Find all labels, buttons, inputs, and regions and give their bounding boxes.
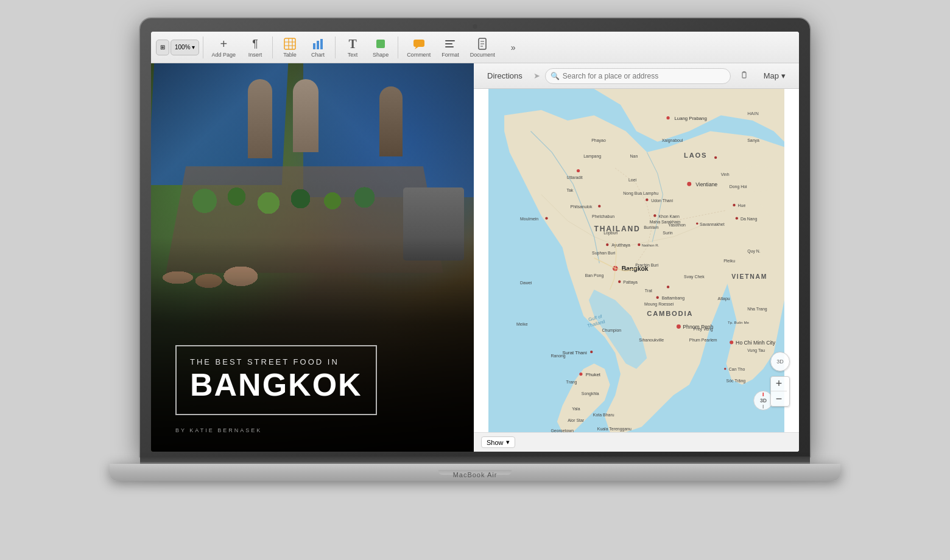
svg-text:Prachin Buri: Prachin Buri [635, 263, 658, 267]
svg-text:Nan: Nan [630, 154, 638, 158]
screen-bezel: ⊞ 100% ▾ + Add Page ¶ Insert [140, 18, 810, 457]
page-photo: THE BEST STREET FOOD IN BANGKOK BY KATIE… [151, 63, 474, 452]
svg-rect-7 [320, 39, 323, 49]
toolbar-separator-1 [203, 37, 203, 58]
comment-button[interactable]: Comment [402, 34, 435, 60]
page-title-area: THE BEST STREET FOOD IN BANGKOK [175, 345, 449, 415]
svg-text:Phuket: Phuket [586, 372, 601, 377]
svg-text:Yasothon: Yasothon [668, 223, 686, 227]
format-button[interactable]: Format [437, 34, 464, 60]
svg-point-24 [687, 182, 691, 186]
macbook-container: ⊞ 100% ▾ + Add Page ¶ Insert [110, 18, 840, 542]
svg-point-35 [579, 373, 582, 376]
add-page-icon: + [216, 37, 231, 51]
zoom-arrow-icon: ▾ [192, 44, 195, 51]
zoom-value: 100% [175, 44, 191, 51]
svg-text:LAOS: LAOS [684, 152, 707, 159]
add-page-button[interactable]: + Add Page [207, 34, 241, 60]
shape-icon [373, 37, 388, 51]
map-bottom-bar: Show ▾ [474, 432, 799, 452]
svg-text:Battambang: Battambang [662, 296, 685, 301]
map-type-label: Map [764, 71, 779, 80]
zoom-button[interactable]: 100% ▾ [171, 40, 199, 55]
view-icon: ⊞ [160, 44, 165, 51]
comment-label: Comment [407, 52, 431, 58]
svg-point-49 [653, 214, 656, 217]
svg-text:Ho Chi Minh City: Ho Chi Minh City [736, 340, 776, 346]
map-type-button[interactable]: Map ▾ [758, 69, 792, 83]
svg-text:Yala: Yala [572, 407, 580, 411]
insert-button[interactable]: ¶ Insert [242, 34, 269, 60]
svg-text:Alor Star: Alor Star [568, 418, 585, 422]
svg-point-59 [656, 296, 659, 299]
svg-text:Nong Bua Lamphu: Nong Bua Lamphu [623, 191, 658, 196]
insert-label: Insert [248, 52, 262, 58]
svg-text:Loei: Loei [628, 178, 637, 182]
map-panel: Directions ➤ 🔍 [474, 63, 799, 452]
toolbar-separator-3 [335, 37, 336, 58]
svg-point-43 [598, 205, 600, 207]
text-button[interactable]: T Text [339, 34, 366, 60]
svg-text:Attapu: Attapu [718, 296, 730, 301]
svg-text:Svay Chek: Svay Chek [684, 275, 705, 279]
svg-rect-13 [445, 46, 454, 47]
svg-text:Sihanoukville: Sihanoukville [639, 338, 664, 342]
map-search-container: 🔍 [545, 68, 731, 84]
directions-button[interactable]: Directions [481, 69, 529, 83]
svg-text:3D: 3D [760, 397, 767, 404]
svg-text:Kuala Terengganu: Kuala Terengganu [597, 427, 632, 432]
chart-label: Chart [311, 52, 325, 58]
format-label: Format [442, 52, 459, 58]
svg-text:Ban Pong: Ban Pong [585, 273, 604, 278]
map-toolbar: Directions ➤ 🔍 [474, 63, 799, 89]
document-icon [475, 37, 490, 51]
compass-button[interactable]: 3D [770, 352, 790, 371]
map-type-arrow-icon: ▾ [781, 71, 786, 80]
svg-text:Xaignaboul: Xaignaboul [662, 138, 683, 143]
more-button[interactable]: » [501, 38, 526, 57]
svg-text:Trat: Trat [645, 289, 652, 293]
document-main-title: BANGKOK [190, 369, 362, 401]
svg-text:Hue: Hue [738, 203, 746, 208]
svg-rect-11 [445, 40, 455, 41]
svg-text:HAIN: HAIN [747, 111, 759, 116]
svg-point-37 [677, 324, 681, 329]
show-arrow-icon: ▾ [506, 438, 510, 446]
content-area: THE BEST STREET FOOD IN BANGKOK BY KATIE… [151, 63, 799, 452]
zoom-in-button[interactable]: + [771, 377, 787, 391]
svg-text:Quy N.: Quy N. [747, 249, 761, 254]
svg-point-45 [606, 243, 608, 246]
chart-button[interactable]: Chart [304, 34, 331, 60]
zoom-out-button[interactable]: − [771, 391, 787, 406]
svg-text:Vinh: Vinh [721, 172, 730, 177]
map-controls: 3D + − [770, 352, 790, 407]
svg-text:Luang Prabang: Luang Prabang [674, 116, 706, 121]
table-button[interactable]: Table [276, 34, 303, 60]
svg-text:Udon Thani: Udon Thani [651, 198, 673, 203]
insert-icon: ¶ [248, 37, 262, 51]
table-icon [283, 37, 297, 51]
svg-text:Savannakhet: Savannakhet [700, 222, 725, 226]
screen: ⊞ 100% ▾ + Add Page ¶ Insert [151, 32, 799, 452]
document-button[interactable]: Document [465, 34, 500, 60]
directions-label: Directions [487, 71, 522, 80]
svg-text:Vung Tau: Vung Tau [747, 348, 765, 353]
svg-text:Nakhon R.: Nakhon R. [642, 243, 660, 247]
more-icon: » [506, 40, 521, 55]
shape-button[interactable]: Shape [367, 34, 394, 60]
add-page-label: Add Page [212, 52, 236, 58]
macbook-hinge [140, 457, 810, 464]
view-button[interactable]: ⊞ [156, 40, 169, 55]
svg-text:Dawei: Dawei [520, 281, 532, 285]
author-text: BY KATIE BERNASEK [175, 427, 262, 433]
svg-text:Lampang: Lampang [583, 154, 601, 159]
svg-text:Surin: Surin [663, 231, 672, 235]
map-search-input[interactable] [545, 68, 731, 84]
show-button[interactable]: Show ▾ [481, 436, 515, 448]
svg-point-64 [638, 243, 640, 246]
photo-background: THE BEST STREET FOOD IN BANGKOK BY KATIE… [151, 63, 474, 452]
share-icon[interactable] [736, 68, 753, 85]
shape-label: Shape [373, 52, 389, 58]
toolbar-separator-2 [272, 37, 273, 58]
svg-text:Meike: Meike [516, 322, 528, 326]
